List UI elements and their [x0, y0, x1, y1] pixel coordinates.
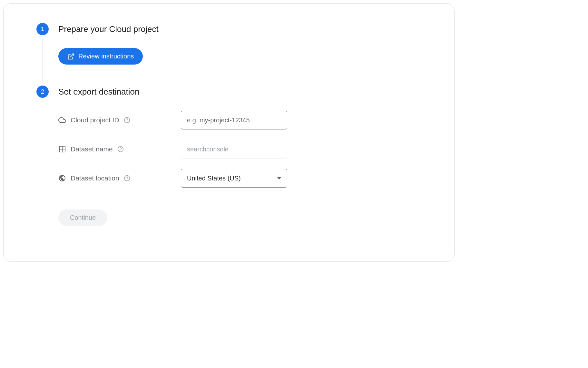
step-connector — [43, 38, 43, 83]
chevron-down-icon — [277, 177, 281, 179]
step-indicator: 2 — [36, 86, 49, 236]
globe-icon — [58, 174, 66, 182]
svg-line-0 — [70, 54, 74, 57]
help-icon[interactable] — [124, 175, 130, 181]
step-number-2: 2 — [36, 86, 49, 98]
step-1: 1 Prepare your Cloud project Review inst… — [36, 23, 422, 86]
dataset-location-row: Dataset location United States (US) — [58, 169, 422, 188]
step-number-1: 1 — [36, 23, 49, 35]
dataset-name-row: Dataset name — [58, 140, 422, 158]
review-instructions-button[interactable]: Review instructions — [58, 48, 143, 65]
dataset-name-label-group: Dataset name — [58, 145, 181, 153]
project-id-row: Cloud project ID — [58, 111, 422, 129]
step-indicator: 1 — [36, 23, 49, 86]
table-icon — [58, 145, 66, 153]
step-1-title: Prepare your Cloud project — [58, 23, 422, 35]
dataset-location-label: Dataset location — [71, 174, 119, 182]
project-id-input[interactable] — [181, 111, 287, 129]
project-id-label: Cloud project ID — [71, 116, 119, 124]
dataset-location-select[interactable]: United States (US) — [181, 169, 287, 188]
continue-button[interactable]: Continue — [58, 210, 107, 226]
step-2-title: Set export destination — [58, 86, 422, 98]
step-2: 2 Set export destination Cloud project I… — [36, 86, 422, 236]
help-icon[interactable] — [124, 117, 130, 123]
help-icon[interactable] — [117, 146, 124, 152]
dataset-location-label-group: Dataset location — [58, 174, 181, 182]
step-2-content: Set export destination Cloud project ID — [49, 86, 422, 236]
dataset-name-label: Dataset name — [71, 145, 113, 153]
open-in-new-icon — [67, 53, 74, 60]
project-id-label-group: Cloud project ID — [58, 116, 181, 124]
setup-card: 1 Prepare your Cloud project Review inst… — [3, 3, 455, 262]
cloud-icon — [58, 116, 66, 124]
dataset-name-input[interactable] — [181, 140, 287, 158]
dataset-location-value: United States (US) — [187, 175, 241, 182]
review-instructions-label: Review instructions — [78, 53, 134, 60]
step-1-content: Prepare your Cloud project Review instru… — [49, 23, 422, 86]
